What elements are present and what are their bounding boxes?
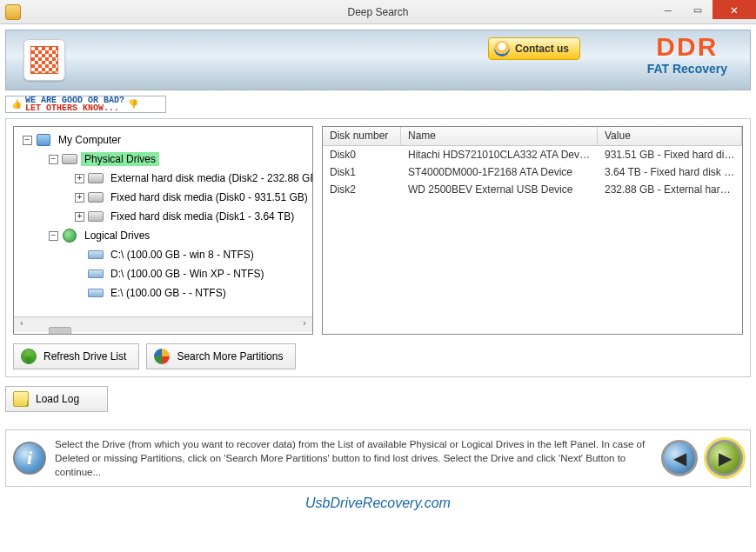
col-disk-number[interactable]: Disk number (323, 127, 401, 145)
tree-label: Logical Drives (81, 229, 153, 243)
back-button[interactable]: ◀ (661, 440, 698, 476)
expander-icon[interactable]: + (75, 174, 84, 183)
scroll-left-button[interactable]: ‹ (14, 318, 30, 332)
brand-title: DDR (647, 34, 727, 60)
load-log-label: Load Log (36, 393, 79, 405)
cell-c3: 232.88 GB - External hard disk ... (598, 183, 742, 196)
contact-us-label: Contact us (515, 43, 569, 55)
hdd-icon (88, 209, 104, 223)
tree-label: Fixed hard disk media (Disk0 - 931.51 GB… (107, 190, 311, 204)
tree-logical-drives[interactable]: − Logical Drives (14, 226, 312, 245)
cell-c1: Disk2 (323, 183, 401, 196)
contact-us-button[interactable]: Contact us (488, 37, 580, 60)
button-row: Refresh Drive List Search More Partition… (13, 343, 743, 369)
drive-icon (88, 286, 104, 300)
expander-icon[interactable]: − (49, 155, 58, 164)
tree-label: D:\ (100.00 GB - Win XP - NTFS) (107, 267, 267, 281)
drive-tree-panel: − My Computer − Physical Drives + Extern… (13, 126, 313, 335)
tree-item[interactable]: E:\ (100.00 GB - - NTFS) (14, 283, 312, 303)
tree-root[interactable]: − My Computer (14, 130, 312, 150)
expander-icon[interactable]: + (75, 193, 84, 203)
next-arrow-icon: ▶ (719, 448, 732, 469)
minimize-button[interactable]: — (653, 0, 683, 19)
rate-us-button[interactable]: 👍 WE ARE GOOD OR BAD? LET OTHERS KNOW...… (5, 96, 166, 113)
cell-c1: Disk1 (323, 166, 401, 178)
instruction-text: Select the Drive (from which you want to… (55, 437, 652, 479)
cell-c3: 3.64 TB - Fixed hard disk media (598, 166, 742, 178)
expander-icon[interactable]: + (75, 212, 84, 222)
expander-icon[interactable]: − (23, 136, 32, 145)
log-icon (13, 391, 29, 407)
tree-item[interactable]: C:\ (100.00 GB - win 8 - NTFS) (14, 245, 312, 264)
window-title: Deep Search (0, 6, 756, 18)
col-name[interactable]: Name (401, 127, 598, 145)
table-row[interactable]: Disk2WD 2500BEV External USB Device232.8… (323, 181, 742, 198)
search-more-label: Search More Partitions (177, 350, 283, 362)
drive-icon (88, 248, 104, 262)
tree-label: Fixed hard disk media (Disk1 - 3.64 TB) (107, 209, 298, 223)
window-controls: — ▭ ✕ (653, 0, 756, 19)
hdd-icon (88, 171, 104, 185)
cell-c2: Hitachi HDS721010CLA332 ATA Device (401, 149, 598, 161)
brand-block: DDR FAT Recovery (647, 34, 727, 76)
scroll-thumb[interactable] (49, 327, 71, 336)
tree-label: External hard disk media (Disk2 - 232.88… (107, 171, 312, 185)
logical-icon (62, 229, 77, 243)
close-button[interactable]: ✕ (713, 0, 756, 19)
tree-item[interactable]: + External hard disk media (Disk2 - 232.… (14, 169, 312, 188)
tree-label: E:\ (100.00 GB - - NTFS) (107, 286, 230, 300)
col-value[interactable]: Value (598, 127, 742, 145)
info-icon: i (13, 442, 46, 475)
horizontal-scrollbar[interactable]: ‹ › (14, 316, 312, 332)
thumbs-down-icon: 👎 (128, 99, 138, 110)
maximize-button[interactable]: ▭ (683, 0, 713, 19)
cell-c1: Disk0 (323, 149, 401, 161)
cell-c2: WD 2500BEV External USB Device (401, 183, 598, 196)
title-bar: Deep Search — ▭ ✕ (0, 0, 756, 24)
expander-icon[interactable]: − (49, 231, 58, 241)
table-row[interactable]: Disk0Hitachi HDS721010CLA332 ATA Device9… (323, 146, 742, 163)
tree-item[interactable]: + Fixed hard disk media (Disk1 - 3.64 TB… (14, 207, 312, 226)
brand-subtitle: FAT Recovery (647, 62, 727, 76)
main-area: − My Computer − Physical Drives + Extern… (5, 118, 751, 377)
drive-tree[interactable]: − My Computer − Physical Drives + Extern… (14, 127, 312, 316)
search-icon (154, 349, 170, 364)
table-row[interactable]: Disk1ST4000DM000-1F2168 ATA Device3.64 T… (323, 163, 742, 181)
rate-text: WE ARE GOOD OR BAD? LET OTHERS KNOW... (25, 96, 124, 112)
disk-list-panel: Disk number Name Value Disk0Hitachi HDS7… (322, 126, 743, 335)
scroll-right-button[interactable]: › (297, 318, 312, 332)
drive-icon (88, 267, 104, 281)
app-icon (5, 4, 21, 20)
hdd-icon (88, 190, 104, 204)
tree-physical-drives[interactable]: − Physical Drives (14, 150, 312, 169)
list-body: Disk0Hitachi HDS721010CLA332 ATA Device9… (323, 146, 742, 198)
tree-label-selected: Physical Drives (81, 152, 159, 166)
refresh-label: Refresh Drive List (43, 350, 126, 362)
tree-item[interactable]: + Fixed hard disk media (Disk0 - 931.51 … (14, 188, 312, 207)
refresh-icon (21, 349, 37, 364)
banner: Contact us DDR FAT Recovery (5, 30, 751, 90)
search-more-partitions-button[interactable]: Search More Partitions (146, 343, 296, 369)
computer-icon (36, 133, 51, 147)
app-logo-icon (23, 39, 65, 81)
refresh-drive-list-button[interactable]: Refresh Drive List (13, 343, 139, 369)
load-log-button[interactable]: Load Log (5, 386, 108, 412)
list-header: Disk number Name Value (323, 127, 742, 146)
next-button[interactable]: ▶ (706, 440, 743, 476)
tree-label: C:\ (100.00 GB - win 8 - NTFS) (107, 248, 258, 262)
thumbs-up-icon: 👍 (11, 99, 22, 110)
tree-label: My Computer (55, 133, 124, 147)
footer-bar: i Select the Drive (from which you want … (5, 429, 751, 487)
cell-c2: ST4000DM000-1F2168 ATA Device (401, 166, 598, 178)
tree-item[interactable]: D:\ (100.00 GB - Win XP - NTFS) (14, 264, 312, 283)
cell-c3: 931.51 GB - Fixed hard disk media (598, 149, 742, 161)
watermark: UsbDriveRecovery.com (0, 492, 756, 515)
back-arrow-icon: ◀ (673, 448, 686, 469)
hdd-icon (62, 152, 77, 166)
